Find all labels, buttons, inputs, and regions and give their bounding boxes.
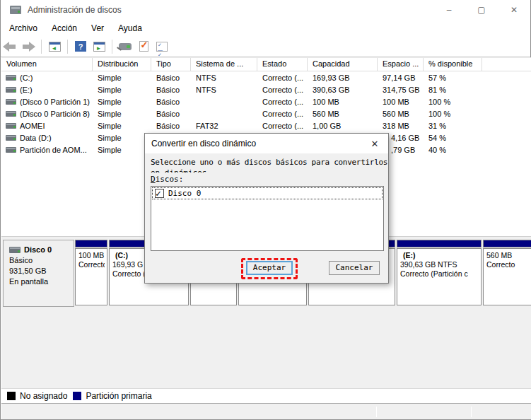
cell-capacidad: 560 MB xyxy=(308,110,378,118)
partition-primary-bar xyxy=(483,240,531,247)
volume-row[interactable]: (Disco 0 Partición 1)SimpleBásicoCorrect… xyxy=(1,95,531,107)
cell-estado: Correcto (... xyxy=(257,98,308,106)
cell-sistema: NTFS xyxy=(191,74,257,82)
column-header-espacio[interactable]: Espacio ... xyxy=(378,58,424,71)
toolbar: ◄?►✓ —✓ — xyxy=(1,37,530,57)
cell-distribucion: Simple xyxy=(93,110,151,118)
status-divider xyxy=(376,407,377,417)
cell-volumen: Data (D:) xyxy=(1,134,93,142)
volume-row[interactable]: (Disco 0 Partición 8)SimpleBásicoCorrect… xyxy=(1,107,531,119)
accept-button[interactable]: Aceptar xyxy=(246,261,293,275)
partition-box: (E:)390,63 GB NTFSCorrecto (Partición c xyxy=(397,248,482,305)
cell-distribucion: Simple xyxy=(93,86,151,94)
back-icon[interactable] xyxy=(1,39,18,54)
disk-list-item-label: Disco 0 xyxy=(168,189,201,198)
cell-volumen: (E:) xyxy=(1,86,93,94)
dialog-buttons: Aceptar Cancelar xyxy=(145,261,388,276)
cell-disponible: 40 % xyxy=(424,146,482,154)
partition-box: 560 MBCorrecto xyxy=(483,248,531,305)
cell-estado: Correcto (... xyxy=(257,110,308,118)
partition[interactable]: 560 MBCorrecto xyxy=(483,240,531,307)
disk-magnifier-icon[interactable] xyxy=(117,39,134,54)
volume-icon xyxy=(6,87,16,93)
partition-line: (E:) xyxy=(400,251,479,260)
title-bar: Administración de discos –▢✕ xyxy=(1,0,530,20)
menu-item-ayuda[interactable]: Ayuda xyxy=(111,21,149,36)
column-header-distribucion[interactable]: Distribución xyxy=(93,58,151,71)
volume-name: (C:) xyxy=(20,74,33,82)
minimize-button[interactable]: – xyxy=(433,0,465,20)
partition-line: Correcto xyxy=(78,260,105,269)
menu-item-ver[interactable]: Ver xyxy=(84,21,111,36)
status-divider xyxy=(471,407,472,417)
volume-icon xyxy=(6,147,16,153)
volume-row[interactable]: (E:)SimpleBásicoNTFSCorrecto (...390,63 … xyxy=(1,83,531,95)
action-pane-icon[interactable]: ► xyxy=(91,39,107,54)
cell-sistema: NTFS xyxy=(191,86,257,94)
partition[interactable]: 100 MBCorrecto xyxy=(75,240,107,307)
volume-icon xyxy=(6,99,16,105)
disk0-name: Disco 0 xyxy=(24,245,52,255)
cell-espacio: 314,75 GB xyxy=(378,86,424,94)
disk0-label-panel[interactable]: Disco 0 Básico 931,50 GB En pantalla xyxy=(3,240,74,307)
column-header-estado[interactable]: Estado xyxy=(257,58,308,71)
volume-name: (Disco 0 Partición 8) xyxy=(20,110,90,118)
cell-tipo: Básico xyxy=(151,74,191,82)
cell-disponible: 54 % xyxy=(424,134,482,142)
column-header-filler xyxy=(482,58,531,71)
dialog-instruction-line2: en dinámicos. xyxy=(151,168,211,173)
disk-list-item[interactable]: Disco 0 xyxy=(152,187,383,199)
cell-disponible: 81 % xyxy=(424,86,482,94)
menu-item-accin[interactable]: Acción xyxy=(45,21,84,36)
cell-espacio: 318 MB xyxy=(378,122,424,130)
dialog-instruction-line1: Seleccione uno o más discos básicos para… xyxy=(151,158,387,167)
column-header-volumen[interactable]: Volumen xyxy=(1,58,93,71)
cell-estado: Correcto (... xyxy=(257,86,308,94)
toolbar-separator xyxy=(67,40,68,54)
close-button[interactable]: ✕ xyxy=(498,0,530,20)
volume-row[interactable]: (C:)SimpleBásicoNTFSCorrecto (...169,93 … xyxy=(1,71,531,83)
window-controls: –▢✕ xyxy=(433,0,530,20)
cell-capacidad: 390,63 GB xyxy=(308,86,378,94)
volume-row[interactable]: AOMEISimpleBásicoFAT32Correcto (...1,00 … xyxy=(1,119,531,132)
menu-bar: ArchivoAcciónVerAyuda xyxy=(1,20,530,37)
column-header-capacidad[interactable]: Capacidad xyxy=(308,58,378,71)
cancel-button[interactable]: Cancelar xyxy=(329,261,380,275)
column-header-sistema[interactable]: Sistema de ... xyxy=(191,58,257,71)
cell-volumen: AOMEI xyxy=(1,122,93,130)
window-title: Administración de discos xyxy=(28,5,122,15)
partition[interactable]: (E:)390,63 GB NTFSCorrecto (Partición c xyxy=(397,240,482,307)
volume-name: (Disco 0 Partición 1) xyxy=(20,98,90,106)
convert-dynamic-disk-dialog: Convertir en disco dinámico ✕ Seleccione… xyxy=(144,133,389,284)
forward-icon[interactable] xyxy=(20,39,37,54)
maximize-button[interactable]: ▢ xyxy=(465,0,498,20)
legend-item: Partición primaria xyxy=(73,391,151,401)
partition-primary-bar xyxy=(397,240,482,247)
disk-management-window: Administración de discos –▢✕ ArchivoAcci… xyxy=(0,0,531,420)
cell-estado: Correcto (... xyxy=(257,122,308,130)
cell-tipo: Básico xyxy=(151,86,191,94)
disk0-type: Básico xyxy=(9,255,74,266)
cell-disponible: 100 % xyxy=(424,98,482,106)
cell-capacidad: 1,00 GB xyxy=(308,122,378,130)
partition-line: Correcto xyxy=(486,260,530,269)
disks-list-label: Discos: xyxy=(151,175,183,184)
volume-name: Data (D:) xyxy=(20,134,52,142)
cell-tipo: Básico xyxy=(151,122,191,130)
cell-espacio: 560 MB xyxy=(378,110,424,118)
toolbar-separator xyxy=(112,40,112,54)
disks-listbox[interactable]: Disco 0 xyxy=(151,186,384,251)
column-header-tipo[interactable]: Tipo xyxy=(151,58,191,71)
console-window-icon[interactable]: ◄ xyxy=(46,39,63,54)
cell-volumen: (Disco 0 Partición 1) xyxy=(1,98,93,106)
check-document-icon[interactable] xyxy=(135,39,152,54)
cell-espacio: 100 MB xyxy=(378,98,424,106)
checklist-icon[interactable]: ✓ —✓ — xyxy=(153,39,170,54)
menu-item-archivo[interactable]: Archivo xyxy=(2,21,45,36)
help-icon[interactable]: ? xyxy=(72,39,89,54)
dialog-close-icon[interactable]: ✕ xyxy=(361,134,388,153)
column-header-disponible[interactable]: % disponible xyxy=(424,58,482,71)
legend-bar: No asignadoPartición primaria xyxy=(1,388,531,404)
cell-distribucion: Simple xyxy=(93,122,151,130)
checked-checkbox[interactable] xyxy=(155,189,164,198)
